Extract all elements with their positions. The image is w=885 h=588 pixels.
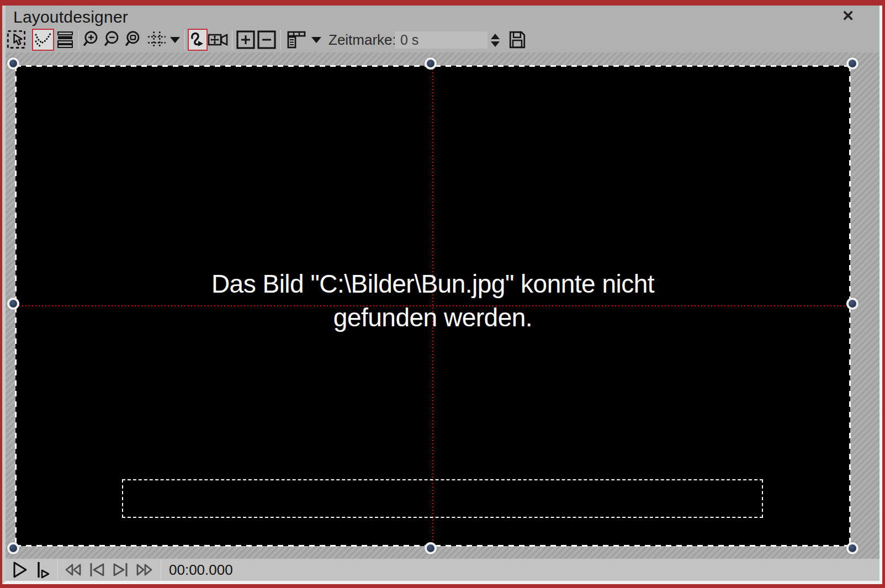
- plus-box-icon: [236, 30, 256, 50]
- transport-separator: [161, 559, 161, 580]
- floppy-disk-icon: [508, 30, 527, 49]
- skip-to-start-icon: [87, 560, 107, 579]
- curve-points-icon: [34, 31, 52, 48]
- zoom-out-button[interactable]: [103, 29, 124, 51]
- chevron-down-icon: [170, 37, 180, 43]
- zeitmarke-input[interactable]: [395, 31, 487, 49]
- resize-handle-bottom-right[interactable]: [846, 542, 858, 554]
- fast-forward-button[interactable]: [132, 559, 156, 581]
- toolbar-separator: [78, 30, 79, 50]
- save-button[interactable]: [507, 29, 528, 51]
- skip-to-end-button[interactable]: [109, 559, 132, 581]
- remove-keyframe-button[interactable]: [256, 29, 277, 51]
- layoutdesigner-window: Layoutdesigner ✕: [0, 0, 885, 588]
- rewind-button[interactable]: [61, 559, 86, 581]
- motion-path-icon: [189, 31, 206, 48]
- chevron-down-icon: [311, 37, 321, 43]
- resize-handle-top-left[interactable]: [7, 57, 19, 70]
- rewind-icon: [63, 560, 84, 579]
- zoom-in-button[interactable]: [82, 29, 103, 51]
- camera-pan-tool-button[interactable]: [206, 29, 231, 51]
- window-title: Layoutdesigner: [13, 8, 128, 27]
- grid-toggle-button[interactable]: [146, 29, 168, 51]
- minus-box-icon: [257, 30, 277, 50]
- window-frame: Layoutdesigner ✕: [2, 6, 882, 584]
- fast-forward-icon: [134, 560, 155, 579]
- zoom-fit-button[interactable]: [124, 29, 145, 51]
- table-layout-button[interactable]: [284, 29, 309, 51]
- layer-bands-tool-button[interactable]: [54, 29, 76, 51]
- layer-bands-icon: [56, 31, 75, 49]
- transport-bar: 00:00.000: [6, 559, 879, 581]
- camera-pan-icon: [208, 31, 230, 49]
- table-dropdown-button[interactable]: [309, 29, 324, 51]
- toolbar-separator: [280, 30, 281, 50]
- motion-path-tool-button[interactable]: [188, 29, 208, 51]
- resize-handle-mid-left[interactable]: [7, 298, 19, 310]
- resize-handle-bottom-left[interactable]: [7, 542, 19, 554]
- resize-handle-bottom-center[interactable]: [425, 542, 437, 554]
- play-icon: [10, 560, 29, 579]
- curve-points-tool-button[interactable]: [32, 29, 54, 51]
- marquee-select-icon: [6, 29, 27, 50]
- play-from-marker-button[interactable]: [32, 559, 54, 581]
- timecode-display: 00:00.000: [169, 561, 233, 579]
- zeitmarke-label: Zeitmarke:: [328, 29, 396, 51]
- zoom-in-icon: [82, 30, 102, 50]
- spinner-up-icon[interactable]: [491, 34, 500, 39]
- grid-dropdown-button[interactable]: [168, 29, 182, 51]
- resize-handle-mid-right[interactable]: [846, 298, 858, 310]
- play-button[interactable]: [8, 559, 32, 581]
- skip-to-end-icon: [110, 560, 130, 579]
- table-layout-icon: [286, 30, 307, 49]
- title-bar: Layoutdesigner ✕: [6, 6, 879, 29]
- slide-canvas[interactable]: Das Bild "C:\Bilder\Bun.jpg" konnte nich…: [15, 66, 850, 546]
- grid-icon: [147, 31, 167, 49]
- zoom-out-icon: [103, 30, 123, 50]
- transport-separator: [57, 559, 58, 580]
- text-placeholder-box[interactable]: [122, 479, 763, 518]
- toolbar-separator: [232, 30, 232, 50]
- resize-handle-top-right[interactable]: [846, 57, 858, 70]
- missing-image-message: Das Bild "C:\Bilder\Bun.jpg" konnte nich…: [15, 267, 850, 335]
- add-keyframe-button[interactable]: [235, 29, 256, 51]
- play-from-marker-icon: [34, 560, 52, 579]
- zeitmarke-spinner: [489, 31, 501, 49]
- missing-image-message-line1: Das Bild "C:\Bilder\Bun.jpg" konnte nich…: [15, 267, 850, 301]
- close-button[interactable]: ✕: [839, 7, 857, 25]
- missing-image-message-line2: gefunden werden.: [15, 301, 850, 335]
- zoom-fit-icon: [124, 30, 144, 50]
- skip-to-start-button[interactable]: [86, 559, 109, 581]
- layout-workspace[interactable]: Das Bild "C:\Bilder\Bun.jpg" konnte nich…: [6, 52, 879, 559]
- toolbar-separator: [184, 30, 185, 50]
- spinner-down-icon[interactable]: [491, 41, 500, 47]
- resize-handle-top-center[interactable]: [425, 57, 437, 70]
- marquee-select-tool-button[interactable]: [6, 29, 28, 51]
- toolbar: Zeitmarke:: [6, 29, 879, 53]
